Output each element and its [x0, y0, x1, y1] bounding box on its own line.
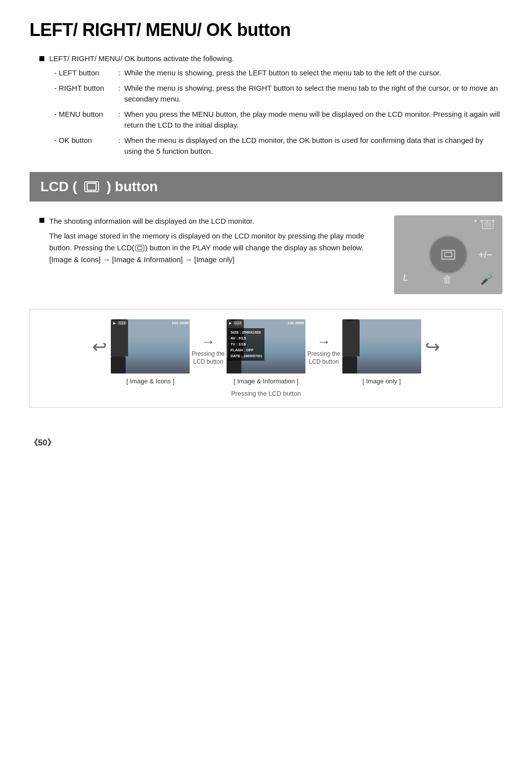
film-badge-2: GZ4	[233, 321, 242, 326]
menu-button-desc: When you press the MENU button, the play…	[124, 109, 502, 131]
lcd-diagram-inner: ↩ ▶ GZ4 100-0009 [ Image & Icons ]	[40, 319, 492, 385]
cam-playback-inner	[484, 222, 491, 227]
arrow-2: →	[317, 334, 331, 350]
ok-button-row: - OK button : When the menu is displayed…	[54, 135, 502, 157]
arrow-1: →	[201, 334, 215, 350]
cam-l-label: L	[403, 273, 408, 283]
right-button-row: - RIGHT button : While the menu is showi…	[54, 83, 502, 105]
left-button-desc: While the menu is showing, press the LEF…	[124, 68, 502, 79]
pressing-text-2: Pressing theLCD button	[307, 350, 340, 367]
photo1-topbar: ▶ GZ4 100-0009	[112, 321, 188, 326]
ok-button-desc: When the menu is displayed on the LCD mo…	[124, 135, 502, 157]
info-tv: TV : 1/18	[231, 341, 262, 347]
lcd-diagram-outer: ↩ ▶ GZ4 100-0009 [ Image & Icons ]	[30, 309, 502, 407]
left-button-label: - LEFT button	[54, 68, 118, 79]
cam-lcd-btn	[441, 250, 455, 260]
cam-trash-icon: 🗑	[442, 274, 452, 285]
bullet-intro-row: LEFT/ RIGHT/ MENU/ OK buttons activate t…	[39, 54, 502, 63]
colon-2: :	[118, 83, 120, 94]
person-silhouette-6	[342, 356, 357, 374]
info-flash: FLASH : OFF	[231, 347, 262, 353]
ok-button-label: - OK button	[54, 135, 118, 146]
lcd-title-pre: LCD (	[40, 179, 81, 195]
photo2-icons-left: ▶ GZ4	[228, 321, 242, 326]
colon-1: :	[118, 68, 120, 79]
lcd-step-3: [ Image only ]	[342, 319, 421, 385]
photo2-topbar: ▶ GZ4 100-0009	[228, 321, 304, 326]
play-badge: ▶	[112, 321, 117, 326]
page-number: 《50》	[30, 438, 56, 447]
photo-step2: ▶ GZ4 100-0009 SIZE : 2560X1920 AV : F3.…	[227, 319, 305, 374]
menu-button-row: - MENU button : When you press the MENU …	[54, 109, 502, 131]
lcd-icon	[84, 181, 99, 192]
cam-nav-ring	[429, 235, 468, 274]
person-silhouette-5	[342, 319, 360, 356]
info-date: DATE : 2005/07/01	[231, 353, 262, 359]
right-button-label: - RIGHT button	[54, 83, 118, 94]
curved-arrow-left: ↩	[92, 337, 107, 357]
photo2-number: 100-0009	[287, 321, 304, 326]
lcd-text-block: The shooting information will be display…	[39, 215, 379, 294]
left-button-row: - LEFT button : While the menu is showin…	[54, 68, 502, 79]
lcd-bullet-intro: The shooting information will be display…	[49, 215, 254, 227]
right-button-desc: While the menu is showing, press the RIG…	[124, 83, 502, 105]
arrow-press-1: → Pressing theLCD button	[192, 319, 225, 367]
button-list: - LEFT button : While the menu is showin…	[54, 68, 502, 157]
bullet-intro-text: LEFT/ RIGHT/ MENU/ OK buttons activate t…	[49, 54, 234, 63]
colon-3: :	[118, 109, 120, 120]
section1-title: LEFT/ RIGHT/ MENU/ OK button	[30, 20, 502, 40]
info-av: AV : F3.5	[231, 336, 262, 341]
footer: 《50》	[30, 437, 502, 448]
lcd-title-post: ) button	[102, 179, 158, 195]
info-size: SIZE : 2560X1920	[231, 330, 262, 336]
cam-plus-minus: +/−	[478, 249, 493, 260]
photo1-icons-left: ▶ GZ4	[112, 321, 127, 326]
colon-4: :	[118, 135, 120, 146]
diagram-caption: Pressing the LCD button	[40, 390, 492, 397]
play-badge-2: ▶	[228, 321, 233, 326]
film-badge: GZ4	[118, 321, 127, 325]
photo2-info-overlay: SIZE : 2560X1920 AV : F3.5 TV : 1/18 FLA…	[228, 328, 265, 361]
lcd-body-text: The last image stored in the memory is d…	[49, 230, 379, 266]
lcd-step1-label: [ Image & Icons ]	[127, 377, 175, 385]
arrow-press-2: → Pressing theLCD button	[307, 319, 340, 367]
photo-step3	[342, 319, 421, 374]
menu-button-label: - MENU button	[54, 109, 118, 120]
photo-people-1	[111, 319, 190, 374]
photo-step1: ▶ GZ4 100-0009	[111, 319, 190, 374]
cam-playback-icon	[482, 220, 494, 229]
photo-people-3	[342, 319, 421, 374]
cam-lcd-inner	[444, 252, 452, 257]
section2-title-wrapper: LCD ( ) button	[30, 172, 502, 202]
section1-content: LEFT/ RIGHT/ MENU/ OK buttons activate t…	[39, 54, 502, 157]
lcd-step2-label: [ Image & Information ]	[233, 377, 299, 385]
photo1-number: 100-0009	[171, 321, 188, 325]
lcd-step-2: ▶ GZ4 100-0009 SIZE : 2560X1920 AV : F3.…	[227, 319, 305, 385]
lcd-step3-label: [ Image only ]	[363, 377, 401, 385]
bullet-icon	[39, 56, 44, 61]
person-silhouette-2	[111, 356, 126, 374]
camera-illustration: +/− 🗑 🎤 L	[394, 215, 502, 294]
pressing-text-1: Pressing theLCD button	[192, 350, 225, 367]
cam-dot-1	[474, 219, 477, 223]
lcd-bullet-icon	[39, 218, 44, 223]
curved-arrow-right: ↪	[425, 337, 440, 357]
lcd-section-content: The shooting information will be display…	[39, 215, 502, 294]
section2-title: LCD ( ) button	[40, 179, 492, 195]
cam-mic-icon: 🎤	[480, 273, 493, 285]
lcd-step-1: ▶ GZ4 100-0009 [ Image & Icons ]	[111, 319, 190, 385]
